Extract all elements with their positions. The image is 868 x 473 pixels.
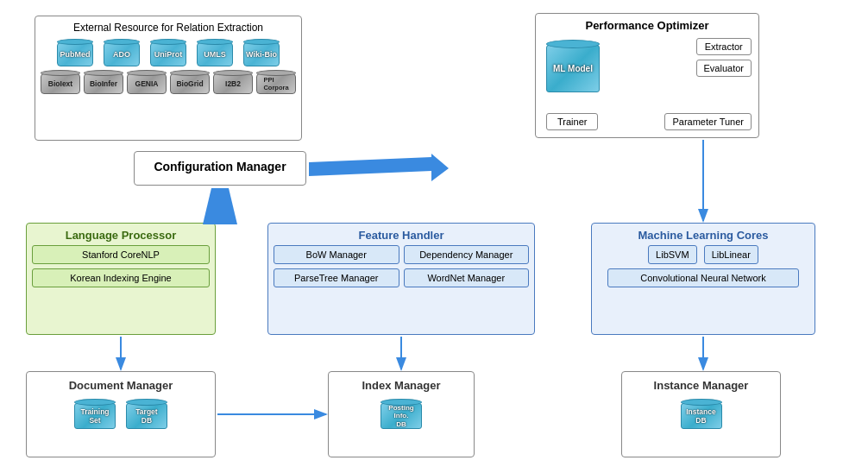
param-tuner-box: Parameter Tuner (664, 113, 752, 130)
db-cyl-cap (126, 399, 167, 406)
ml-model-cylinder: ML Model (546, 40, 600, 92)
cyl-cap (57, 39, 93, 45)
posting-info-cyl: Posting Info.DB (381, 399, 422, 429)
ml-cores-top-row: LibSVM LibLinear (597, 245, 809, 264)
ml-cyl-body: ML Model (546, 45, 600, 92)
cylinder-pubmed: PubMed (55, 39, 95, 66)
cyl-body: BioGrid (170, 73, 210, 94)
parsetree-manager-box: ParseTree Manager (274, 268, 399, 287)
idx-manager-box: Index Manager Posting Info.DB (328, 371, 475, 457)
instance-db-cyl: InstanceDB (681, 399, 722, 429)
cylinder-ado: ADO (102, 39, 142, 66)
config-manager-title: Configuration Manager (154, 160, 286, 173)
db-cyl-cap (681, 399, 722, 406)
ml-cyl-cap (546, 40, 600, 48)
right-arrow-config-perf (309, 157, 431, 176)
cyl-body: I2B2 (213, 73, 253, 94)
external-resource-box: External Resource for Relation Extractio… (35, 16, 302, 141)
cyl-cap (256, 70, 296, 76)
cyl-body: PubMed (57, 42, 93, 66)
ml-cores-title: Machine Learning Cores (597, 229, 809, 242)
perf-optimizer-box: Performance Optimizer ML Model Extractor… (535, 13, 759, 138)
cyl-body: UMLS (197, 42, 233, 66)
cyl-body: Wiki-Bio (243, 42, 280, 66)
idx-manager-dbs: Posting Info.DB (336, 399, 467, 429)
cylinder-bioiext: BioIext (41, 70, 80, 94)
feat-handler-title: Feature Handler (274, 229, 529, 242)
dependency-manager-box: Dependency Manager (404, 245, 530, 264)
cyl-cap (41, 70, 80, 76)
cnn-box: Convolutional Neural Network (607, 268, 798, 287)
inst-manager-title: Instance Manager (629, 379, 773, 392)
cyl-body: PPICorpora (256, 73, 296, 94)
cyl-cap (127, 70, 167, 76)
idx-manager-title: Index Manager (336, 379, 467, 392)
bow-manager-box: BoW Manager (274, 245, 399, 264)
extractor-box: Extractor (696, 38, 752, 55)
cyl-cap (150, 39, 186, 45)
cylinder-i2b2: I2B2 (213, 70, 253, 94)
cyl-cap (84, 70, 123, 76)
wordnet-manager-box: WordNet Manager (404, 268, 530, 287)
cyl-cap (104, 39, 140, 45)
korean-indexing-box: Korean Indexing Engine (32, 268, 210, 287)
cyl-cap (197, 39, 233, 45)
evaluator-box: Evaluator (696, 60, 752, 77)
target-db-cyl: TargetDB (126, 399, 167, 429)
db-cyl-body: InstanceDB (681, 403, 722, 429)
lang-processor-title: Language Processor (32, 229, 210, 242)
doc-manager-dbs: TrainingSet TargetDB (34, 399, 208, 429)
cyl-body: BioInfer (84, 73, 123, 94)
inst-manager-box: Instance Manager InstanceDB (621, 371, 781, 457)
stanford-corenlp-box: Stanford CoreNLP (32, 245, 210, 264)
db-cyl-cap (381, 399, 422, 406)
feat-handler-box: Feature Handler BoW Manager Dependency M… (267, 223, 535, 335)
cylinder-bioinfer: BioInfer (84, 70, 123, 94)
cylinder-genia: GENIA (127, 70, 167, 94)
cyl-body: BioIext (41, 73, 80, 94)
doc-manager-title: Document Manager (34, 379, 208, 392)
db-cyl-body: TrainingSet (74, 403, 116, 429)
perf-right-boxes: Extractor Evaluator (696, 38, 752, 77)
liblinear-box: LibLinear (704, 245, 758, 264)
ml-cores-cnn-row: Convolutional Neural Network (597, 268, 809, 287)
cyl-body: ADO (104, 42, 140, 66)
diagram: External Resource for Relation Extractio… (0, 0, 868, 473)
doc-manager-box: Document Manager TrainingSet TargetDB (26, 371, 216, 457)
lang-processor-items: Stanford CoreNLP Korean Indexing Engine (32, 245, 210, 287)
feat-handler-items: BoW Manager Dependency Manager ParseTree… (274, 245, 529, 287)
cyl-cap (243, 39, 280, 45)
cylinder-uniprot: UniProt (148, 39, 188, 66)
db-cyl-body: Posting Info.DB (381, 403, 422, 429)
libsvm-box: LibSVM (648, 245, 697, 264)
cylinder-biogrid: BioGrid (170, 70, 210, 94)
cylinder-ppi: PPICorpora (256, 70, 296, 94)
inst-manager-dbs: InstanceDB (629, 399, 773, 429)
ml-cores-box: Machine Learning Cores LibSVM LibLinear … (591, 223, 815, 335)
lang-processor-box: Language Processor Stanford CoreNLP Kore… (26, 223, 216, 335)
config-manager-box: Configuration Manager (134, 151, 306, 186)
ext-resource-title: External Resource for Relation Extractio… (41, 22, 296, 34)
trainer-box: Trainer (546, 113, 598, 130)
top-cylinders-row: PubMed ADO UniProt UMLS Wiki-Bio (41, 39, 296, 66)
cyl-body: GENIA (127, 73, 167, 94)
db-cyl-body: TargetDB (126, 403, 167, 429)
cyl-cap (170, 70, 210, 76)
down-arrow-config (203, 188, 237, 224)
training-set-cyl: TrainingSet (74, 399, 116, 429)
perf-optimizer-title: Performance Optimizer (541, 19, 753, 32)
cyl-body: UniProt (150, 42, 186, 66)
cylinder-umls: UMLS (195, 39, 235, 66)
db-cyl-cap (74, 399, 116, 406)
cyl-cap (213, 70, 253, 76)
bottom-cylinders-row: BioIext BioInfer GENIA BioGrid I2B2 PPIC… (41, 70, 296, 94)
right-arrowhead (431, 154, 449, 181)
cylinder-wikibio: Wiki-Bio (242, 39, 281, 66)
